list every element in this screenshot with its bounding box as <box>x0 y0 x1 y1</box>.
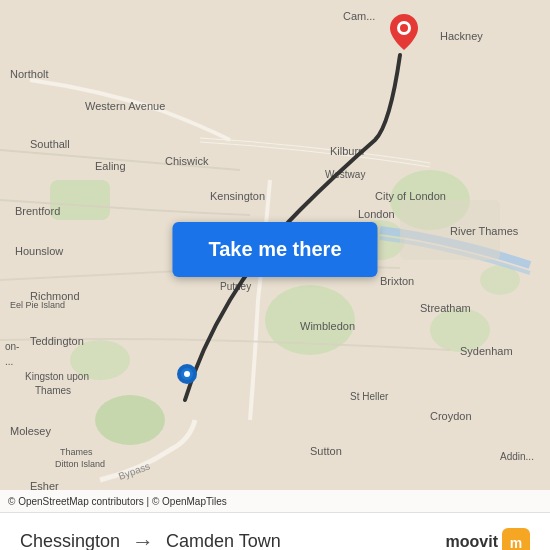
svg-text:Teddington: Teddington <box>30 335 84 347</box>
moovit-brand-text: moovit <box>446 533 498 551</box>
route-arrow: → <box>132 529 154 551</box>
svg-text:Sydenham: Sydenham <box>460 345 513 357</box>
destination-pin <box>390 14 418 54</box>
attribution-text: © OpenStreetMap contributors | © OpenMap… <box>8 496 227 507</box>
svg-text:City of London: City of London <box>375 190 446 202</box>
svg-text:Hounslow: Hounslow <box>15 245 63 257</box>
svg-text:Croydon: Croydon <box>430 410 472 422</box>
svg-text:Northolt: Northolt <box>10 68 49 80</box>
svg-text:Chiswick: Chiswick <box>165 155 209 167</box>
svg-text:...: ... <box>5 356 13 367</box>
destination-label: Camden Town <box>166 531 281 550</box>
svg-text:m: m <box>510 535 522 551</box>
svg-text:Eel Pie Island: Eel Pie Island <box>10 300 65 310</box>
svg-point-6 <box>95 395 165 445</box>
svg-text:Southall: Southall <box>30 138 70 150</box>
svg-text:Thames: Thames <box>35 385 71 396</box>
svg-text:Molesey: Molesey <box>10 425 51 437</box>
svg-text:Cam...: Cam... <box>343 10 375 22</box>
svg-text:London: London <box>358 208 395 220</box>
svg-text:Kensington: Kensington <box>210 190 265 202</box>
moovit-logo: moovit m <box>446 528 530 551</box>
svg-text:Wimbledon: Wimbledon <box>300 320 355 332</box>
map-container: Bypass Northolt Western Avenue Southall … <box>0 0 550 490</box>
svg-text:Western Avenue: Western Avenue <box>85 100 165 112</box>
svg-text:Addin...: Addin... <box>500 451 534 462</box>
bottom-bar: Chessington → Camden Town moovit m <box>0 512 550 550</box>
take-me-there-button[interactable]: Take me there <box>172 222 377 277</box>
svg-text:Kingston upon: Kingston upon <box>25 371 89 382</box>
svg-point-48 <box>400 24 408 32</box>
svg-text:Esher: Esher <box>30 480 59 490</box>
origin-label: Chessington <box>20 531 120 550</box>
svg-text:Brixton: Brixton <box>380 275 414 287</box>
origin-pin <box>175 362 199 390</box>
svg-text:Streatham: Streatham <box>420 302 471 314</box>
map-attribution: © OpenStreetMap contributors | © OpenMap… <box>0 490 550 512</box>
svg-text:Ditton Island: Ditton Island <box>55 459 105 469</box>
svg-text:Sutton: Sutton <box>310 445 342 457</box>
moovit-icon: m <box>502 528 530 551</box>
svg-text:Thames: Thames <box>60 447 93 457</box>
svg-text:on-: on- <box>5 341 19 352</box>
svg-text:Hackney: Hackney <box>440 30 483 42</box>
svg-text:Ealing: Ealing <box>95 160 126 172</box>
svg-text:River Thames: River Thames <box>450 225 519 237</box>
svg-point-51 <box>184 371 190 377</box>
svg-text:St Heller: St Heller <box>350 391 389 402</box>
svg-text:Brentford: Brentford <box>15 205 60 217</box>
